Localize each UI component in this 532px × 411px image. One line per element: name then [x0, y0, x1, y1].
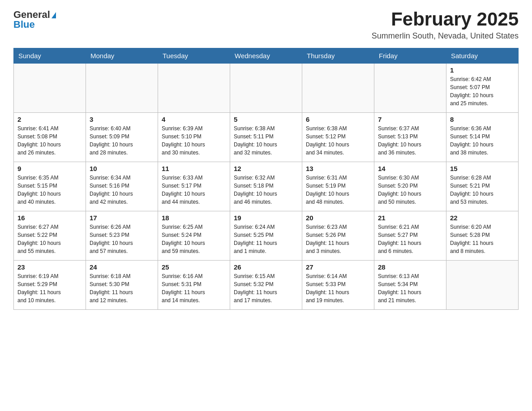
- day-number: 16: [17, 214, 82, 222]
- calendar-cell: 20Sunrise: 6:23 AM Sunset: 5:26 PM Dayli…: [302, 211, 374, 261]
- calendar-week-row: 16Sunrise: 6:27 AM Sunset: 5:22 PM Dayli…: [14, 211, 519, 261]
- day-number: 23: [17, 263, 82, 271]
- month-title: February 2025: [372, 9, 519, 30]
- day-number: 27: [306, 263, 370, 271]
- day-info: Sunrise: 6:42 AM Sunset: 5:07 PM Dayligh…: [450, 76, 493, 107]
- calendar-cell: [86, 64, 158, 113]
- day-info: Sunrise: 6:31 AM Sunset: 5:19 PM Dayligh…: [306, 175, 349, 205]
- calendar-cell: [158, 64, 230, 113]
- day-info: Sunrise: 6:32 AM Sunset: 5:18 PM Dayligh…: [234, 175, 277, 205]
- calendar-cell: [374, 64, 446, 113]
- calendar-cell: 7Sunrise: 6:37 AM Sunset: 5:13 PM Daylig…: [374, 113, 446, 162]
- calendar-cell: [302, 64, 374, 113]
- day-number: 15: [450, 165, 515, 172]
- day-number: 9: [17, 165, 82, 172]
- calendar-cell: 23Sunrise: 6:19 AM Sunset: 5:29 PM Dayli…: [14, 261, 86, 310]
- day-number: 6: [306, 116, 370, 123]
- calendar-cell: 12Sunrise: 6:32 AM Sunset: 5:18 PM Dayli…: [230, 162, 302, 211]
- day-info: Sunrise: 6:27 AM Sunset: 5:22 PM Dayligh…: [17, 224, 61, 254]
- calendar-cell: 10Sunrise: 6:34 AM Sunset: 5:16 PM Dayli…: [86, 162, 158, 211]
- day-number: 24: [90, 263, 154, 271]
- calendar-cell: 3Sunrise: 6:40 AM Sunset: 5:09 PM Daylig…: [86, 113, 158, 162]
- day-info: Sunrise: 6:24 AM Sunset: 5:25 PM Dayligh…: [234, 224, 277, 254]
- calendar-cell: 22Sunrise: 6:20 AM Sunset: 5:28 PM Dayli…: [446, 211, 519, 261]
- calendar-cell: 4Sunrise: 6:39 AM Sunset: 5:10 PM Daylig…: [158, 113, 230, 162]
- day-info: Sunrise: 6:19 AM Sunset: 5:29 PM Dayligh…: [17, 273, 61, 304]
- calendar-cell: 17Sunrise: 6:26 AM Sunset: 5:23 PM Dayli…: [86, 211, 158, 261]
- day-info: Sunrise: 6:13 AM Sunset: 5:34 PM Dayligh…: [378, 273, 421, 304]
- logo: General Blue: [13, 9, 56, 30]
- day-info: Sunrise: 6:39 AM Sunset: 5:10 PM Dayligh…: [162, 125, 205, 156]
- day-info: Sunrise: 6:26 AM Sunset: 5:23 PM Dayligh…: [90, 224, 133, 254]
- day-of-week-header: Monday: [86, 48, 158, 64]
- calendar-cell: 2Sunrise: 6:41 AM Sunset: 5:08 PM Daylig…: [14, 113, 86, 162]
- day-info: Sunrise: 6:20 AM Sunset: 5:28 PM Dayligh…: [450, 224, 493, 254]
- calendar-header-row: SundayMondayTuesdayWednesdayThursdayFrid…: [14, 48, 519, 64]
- calendar-cell: 15Sunrise: 6:28 AM Sunset: 5:21 PM Dayli…: [446, 162, 519, 211]
- calendar-week-row: 1Sunrise: 6:42 AM Sunset: 5:07 PM Daylig…: [14, 64, 519, 113]
- day-number: 13: [306, 165, 370, 172]
- logo-blue-text: Blue: [13, 19, 35, 30]
- calendar-cell: [446, 261, 519, 310]
- day-info: Sunrise: 6:41 AM Sunset: 5:08 PM Dayligh…: [17, 125, 61, 156]
- day-info: Sunrise: 6:25 AM Sunset: 5:24 PM Dayligh…: [162, 224, 205, 254]
- day-info: Sunrise: 6:23 AM Sunset: 5:26 PM Dayligh…: [306, 224, 349, 254]
- calendar-cell: [230, 64, 302, 113]
- day-of-week-header: Thursday: [302, 48, 374, 64]
- day-of-week-header: Saturday: [446, 48, 519, 64]
- calendar-week-row: 9Sunrise: 6:35 AM Sunset: 5:15 PM Daylig…: [14, 162, 519, 211]
- day-number: 19: [234, 214, 298, 222]
- calendar-cell: 27Sunrise: 6:14 AM Sunset: 5:33 PM Dayli…: [302, 261, 374, 310]
- calendar-cell: 14Sunrise: 6:30 AM Sunset: 5:20 PM Dayli…: [374, 162, 446, 211]
- calendar-cell: 11Sunrise: 6:33 AM Sunset: 5:17 PM Dayli…: [158, 162, 230, 211]
- day-info: Sunrise: 6:36 AM Sunset: 5:14 PM Dayligh…: [450, 125, 493, 156]
- day-info: Sunrise: 6:18 AM Sunset: 5:30 PM Dayligh…: [90, 273, 133, 304]
- calendar-cell: 6Sunrise: 6:38 AM Sunset: 5:12 PM Daylig…: [302, 113, 374, 162]
- calendar-cell: 24Sunrise: 6:18 AM Sunset: 5:30 PM Dayli…: [86, 261, 158, 310]
- calendar-cell: 1Sunrise: 6:42 AM Sunset: 5:07 PM Daylig…: [446, 64, 519, 113]
- day-number: 10: [90, 165, 154, 172]
- calendar-cell: [14, 64, 86, 113]
- calendar-cell: 8Sunrise: 6:36 AM Sunset: 5:14 PM Daylig…: [446, 113, 519, 162]
- location-subtitle: Summerlin South, Nevada, United States: [372, 31, 519, 41]
- day-number: 17: [90, 214, 154, 222]
- day-of-week-header: Sunday: [14, 48, 86, 64]
- calendar-cell: 19Sunrise: 6:24 AM Sunset: 5:25 PM Dayli…: [230, 211, 302, 261]
- page-header: General Blue February 2025 Summerlin Sou…: [13, 9, 519, 41]
- day-info: Sunrise: 6:30 AM Sunset: 5:20 PM Dayligh…: [378, 175, 421, 205]
- day-info: Sunrise: 6:40 AM Sunset: 5:09 PM Dayligh…: [90, 125, 133, 156]
- day-info: Sunrise: 6:16 AM Sunset: 5:31 PM Dayligh…: [162, 273, 205, 304]
- day-number: 11: [162, 165, 226, 172]
- calendar-cell: 18Sunrise: 6:25 AM Sunset: 5:24 PM Dayli…: [158, 211, 230, 261]
- day-number: 25: [162, 263, 226, 271]
- calendar-cell: 28Sunrise: 6:13 AM Sunset: 5:34 PM Dayli…: [374, 261, 446, 310]
- day-of-week-header: Tuesday: [158, 48, 230, 64]
- day-of-week-header: Friday: [374, 48, 446, 64]
- day-info: Sunrise: 6:21 AM Sunset: 5:27 PM Dayligh…: [378, 224, 421, 254]
- logo-arrow-icon: [51, 12, 56, 18]
- day-number: 20: [306, 214, 370, 222]
- calendar-cell: 21Sunrise: 6:21 AM Sunset: 5:27 PM Dayli…: [374, 211, 446, 261]
- day-number: 28: [378, 263, 442, 271]
- calendar-cell: 25Sunrise: 6:16 AM Sunset: 5:31 PM Dayli…: [158, 261, 230, 310]
- day-number: 2: [17, 116, 82, 123]
- day-number: 4: [162, 116, 226, 123]
- day-info: Sunrise: 6:38 AM Sunset: 5:11 PM Dayligh…: [234, 125, 277, 156]
- calendar-cell: 9Sunrise: 6:35 AM Sunset: 5:15 PM Daylig…: [14, 162, 86, 211]
- day-number: 21: [378, 214, 442, 222]
- day-info: Sunrise: 6:15 AM Sunset: 5:32 PM Dayligh…: [234, 273, 277, 304]
- day-number: 1: [450, 66, 515, 74]
- day-number: 26: [234, 263, 298, 271]
- day-number: 8: [450, 116, 515, 123]
- calendar-cell: 26Sunrise: 6:15 AM Sunset: 5:32 PM Dayli…: [230, 261, 302, 310]
- calendar-table: SundayMondayTuesdayWednesdayThursdayFrid…: [13, 48, 519, 310]
- calendar-cell: 16Sunrise: 6:27 AM Sunset: 5:22 PM Dayli…: [14, 211, 86, 261]
- day-number: 18: [162, 214, 226, 222]
- day-number: 3: [90, 116, 154, 123]
- day-info: Sunrise: 6:37 AM Sunset: 5:13 PM Dayligh…: [378, 125, 421, 156]
- day-number: 12: [234, 165, 298, 172]
- day-info: Sunrise: 6:38 AM Sunset: 5:12 PM Dayligh…: [306, 125, 349, 156]
- day-number: 7: [378, 116, 442, 123]
- day-info: Sunrise: 6:14 AM Sunset: 5:33 PM Dayligh…: [306, 273, 349, 304]
- day-info: Sunrise: 6:34 AM Sunset: 5:16 PM Dayligh…: [90, 175, 133, 205]
